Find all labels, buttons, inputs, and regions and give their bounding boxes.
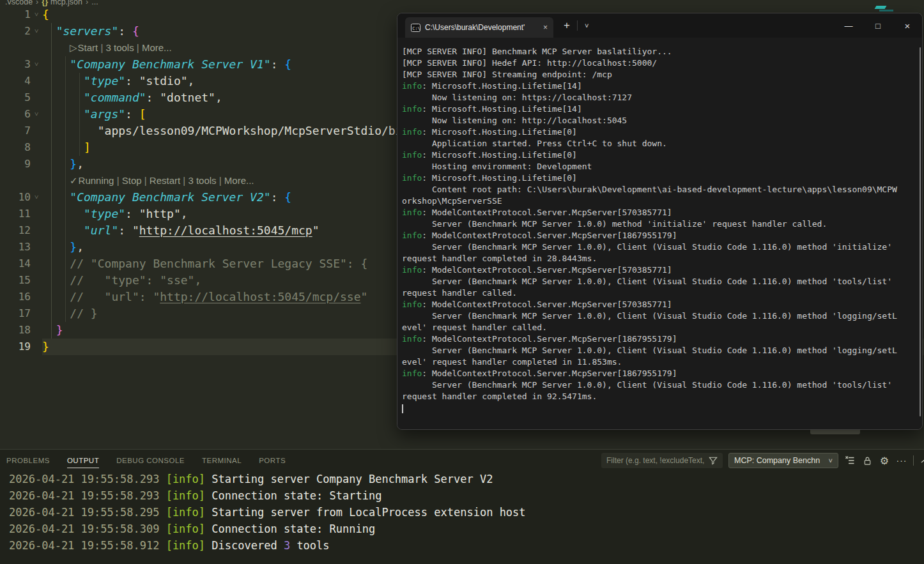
code-token: "servers" [56,24,119,38]
code-link[interactable]: http://localhost:5045/mcp [139,224,312,237]
line-number: 18 [0,322,31,339]
line-number: 19 [0,339,31,355]
output-channel-label: MCP: Company Benchn [734,456,826,465]
terminal-scrollbar[interactable] [920,47,921,416]
log-timestamp: 2026-04-21 19:55:58.295 [9,506,166,519]
tab-dropdown-chevron-icon[interactable]: ˅ [585,22,589,29]
code-text: } [42,322,63,339]
maximize-icon[interactable]: □ [863,13,893,38]
fold-chevron-icon[interactable]: ˅ [31,6,42,23]
code-text: "servers": { [42,23,139,40]
terminal-tab[interactable]: C:\ C:\Users\burak\Development' × [405,17,553,38]
fold-chevron-icon[interactable]: ˅ [31,106,42,123]
codelens-link[interactable]: Stop [122,175,142,186]
minimize-icon[interactable]: — [834,13,863,38]
codelens-link[interactable]: Running [79,175,114,186]
terminal-titlebar[interactable]: C:\ C:\Users\burak\Development' × + ˅ — … [397,13,922,38]
terminal-text: info [402,150,422,160]
code-text: } [42,339,49,355]
terminal-text: request handler completed in 28.8443ms. [402,254,597,263]
log-line: 2026-04-21 19:55:58.293 [info] Connectio… [9,487,924,504]
filter-input[interactable] [605,455,707,466]
terminal-window: C:\ C:\Users\burak\Development' × + ˅ — … [397,13,923,430]
panel-tab-debug-console[interactable]: DEBUG CONSOLE [116,453,185,468]
line-number: 11 [0,206,31,222]
terminal-text: info [402,81,422,91]
fold-chevron-icon[interactable]: ˅ [31,189,42,206]
code-text: ] [42,139,91,156]
codelens-link[interactable]: Start [78,42,98,53]
code-token: " [132,224,139,237]
panel-tab-problems[interactable]: PROBLEMS [6,453,50,468]
codelens-link[interactable]: 3 tools [188,175,216,186]
log-message: Connection state: Running [212,522,375,535]
output-channel-dropdown[interactable]: MCP: Company Benchn ˅ [728,453,838,468]
terminal-text: : Microsoft.Hosting.Lifetime[0] [422,127,577,137]
panel-tab-ports[interactable]: PORTS [259,453,286,468]
fold-spacer [31,222,42,239]
code-token: // "Company Benchmark Server Legacy SSE"… [70,257,367,270]
terminal-line: request handler called. [402,287,922,299]
code-text: { [42,6,49,23]
fold-spacer [31,89,42,106]
panel-tab-terminal[interactable]: TERMINAL [202,453,242,468]
code-token: "Company Benchmark Server V2" [70,190,270,204]
code-token: : [118,224,132,237]
terminal-text: Content root path: C:\Users\burak\Develo… [402,185,897,194]
terminal-line: info: ModelContextProtocol.Server.McpSer… [402,333,922,345]
code-token: " [312,224,320,237]
lock-icon[interactable] [861,455,873,466]
filter-funnel-icon[interactable] [707,455,719,466]
breadcrumb-folder[interactable]: .vscode [5,0,33,6]
code-token: } [70,157,77,171]
more-actions-icon[interactable]: ··· [896,455,907,466]
json-file-icon: {} [42,0,48,6]
code-token: ] [84,141,91,154]
code-text: }, [42,156,84,172]
log-message: Starting server from LocalProcess extens… [212,506,525,519]
line-number: 9 [0,156,31,172]
code-token: } [70,240,77,254]
terminal-text: info [402,127,422,137]
log-message: Discovered [212,539,284,552]
fold-spacer [31,123,42,139]
vscode-window: { "colors": { "editor_bg": "#282a22", "p… [0,0,924,564]
breadcrumb-file[interactable]: mcp.json [50,0,82,6]
fold-chevron-icon[interactable]: ˅ [31,23,42,40]
log-message: 3 [284,539,290,552]
tab-close-icon[interactable]: × [543,23,548,32]
terminal-text: [MCP SERVER INFO] Benchmark MCP Server b… [402,47,672,56]
terminal-text: Server (Benchmark MCP Server 1.0.0), Cli… [402,242,892,252]
codelens-link[interactable]: More... [142,42,172,53]
terminal-line: info: ModelContextProtocol.Server.McpSer… [402,230,922,241]
code-text: // "url": "http://localhost:5045/mcp/sse… [42,289,367,305]
gear-icon[interactable]: ⚙ [879,455,890,466]
panel-tab-output[interactable]: OUTPUT [67,453,99,468]
code-token: "type" [84,74,125,88]
codelens-link[interactable]: 3 tools [105,42,134,53]
clear-output-icon[interactable] [844,455,856,466]
terminal-text: Server (Benchmark MCP Server 1.0.0), Cli… [402,311,897,321]
codelens-link[interactable]: Restart [150,175,180,186]
code-link[interactable]: http://localhost:5045/mcp/sse [160,290,360,303]
maximize-panel-chevron-icon[interactable] [920,455,924,466]
tabbar-divider [577,20,578,31]
terminal-line: Hosting environment: Development [402,161,922,172]
code-token [42,207,84,220]
fold-chevron-icon[interactable]: ˅ [31,56,42,73]
codelens-separator: | [98,42,105,53]
close-icon[interactable]: × [893,13,922,38]
terminal-text: Application started. Press Ctrl+C to shu… [402,139,667,148]
terminal-line: info: Microsoft.Hosting.Lifetime[0] [402,172,922,184]
log-timestamp: 2026-04-21 19:55:58.293 [9,489,166,502]
fold-spacer [31,272,42,289]
code-text: "type": "stdio", [42,73,194,89]
fold-spacer [31,206,42,222]
output-filter[interactable] [601,453,723,468]
codelens-link[interactable]: More... [224,175,254,186]
line-number: 1 [0,6,31,23]
line-number: 2 [0,23,31,40]
new-tab-icon[interactable]: + [564,19,570,32]
terminal-text: : ModelContextProtocol.Server.McpServer[… [422,265,672,275]
breadcrumb-symbol[interactable]: ... [91,0,98,6]
